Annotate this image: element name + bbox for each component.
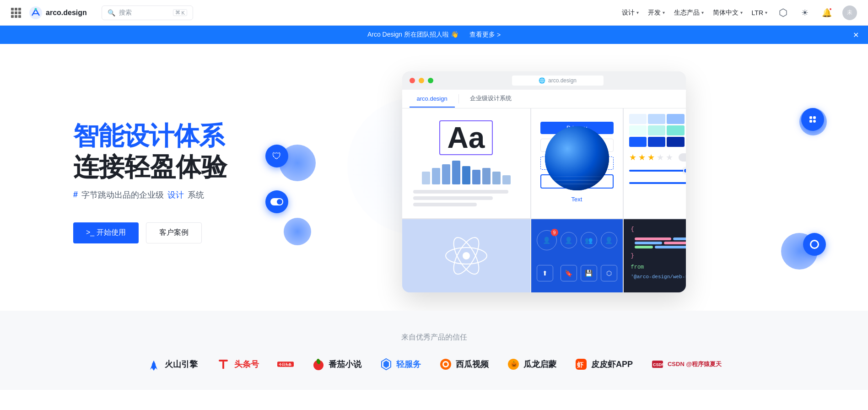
logo-csdn: CSDN CSDN @程序猿夏天 bbox=[651, 358, 722, 371]
svg-rect-4 bbox=[809, 120, 812, 123]
subtitle-highlight: 设计 bbox=[167, 189, 184, 200]
nav-right: 设计 ▾ 开发 ▾ 生态产品 ▾ 简体中文 ▾ LTR ▾ ⬡ ☀ 🔔 未 bbox=[622, 5, 857, 20]
save-icon: 💾 bbox=[581, 265, 597, 281]
github-icon[interactable]: ⬡ bbox=[776, 6, 789, 19]
user-icon-2: 👥 bbox=[581, 232, 597, 248]
toggle-on-row bbox=[629, 177, 686, 189]
logo-icon bbox=[28, 5, 43, 20]
color-swatch-grid bbox=[629, 114, 686, 147]
cube-icon: ⬡ bbox=[601, 265, 617, 281]
svg-point-5 bbox=[813, 120, 816, 123]
svg-text:CSDN: CSDN bbox=[653, 362, 664, 367]
person-icon: 👤 bbox=[543, 237, 550, 244]
hero-buttons: >_ 开始使用 客户案例 bbox=[73, 222, 275, 243]
chevron-icon: ▾ bbox=[663, 10, 665, 15]
user-icon-1: 👤 bbox=[561, 232, 577, 248]
logo[interactable]: arco.design bbox=[28, 5, 87, 20]
user-avatar-icon: 👤 9 bbox=[537, 230, 557, 250]
code-import-path: '@arco-design/web-react'; bbox=[631, 273, 686, 281]
chevron-icon: ▾ bbox=[636, 10, 639, 15]
xigua-icon bbox=[439, 358, 452, 371]
bar-chart-preview bbox=[422, 161, 511, 184]
banner: Arco Design 所在团队招人啦 👋 查看更多 > ✕ bbox=[0, 26, 868, 44]
banner-close-button[interactable]: ✕ bbox=[853, 31, 859, 39]
preview-grid: Aa bbox=[402, 108, 686, 292]
logo-xigua: 西瓜视频 bbox=[439, 358, 489, 371]
url-text: arco.design bbox=[548, 77, 577, 84]
slider-thumb[interactable] bbox=[683, 168, 686, 173]
logo-huoshan: 火山引擎 bbox=[146, 357, 198, 372]
chevron-icon: ▾ bbox=[765, 10, 767, 15]
url-bar: 🌐 arco.design bbox=[512, 76, 604, 86]
trust-title: 来自优秀产品的信任 bbox=[0, 333, 868, 342]
user-avatar[interactable]: 未 bbox=[842, 5, 857, 20]
titlebar-minimize-dot bbox=[419, 78, 424, 83]
svg-text:🎃: 🎃 bbox=[511, 361, 518, 367]
preview-tabs: arco.design 企业级设计系统 bbox=[402, 90, 686, 108]
banner-link[interactable]: 查看更多 > bbox=[469, 31, 501, 39]
slider-fill bbox=[629, 170, 685, 172]
swatch bbox=[629, 137, 647, 147]
code-close-bracket: } bbox=[631, 251, 634, 260]
subtitle-text2: 系统 bbox=[188, 189, 204, 200]
search-box[interactable]: 🔍 搜索 ⌘ K bbox=[102, 5, 193, 20]
gualong-icon: 🎃 bbox=[507, 358, 520, 371]
logo-qingfu: 轻服务 bbox=[380, 358, 421, 371]
hero-title-sub: 连接轻盈体验 bbox=[73, 151, 275, 182]
swatch bbox=[648, 125, 665, 135]
color-ratings-cell: ★ ★ ★ ★ ★ bbox=[624, 108, 686, 218]
nav-item-ecosystem[interactable]: 生态产品 ▾ bbox=[674, 9, 704, 17]
grid-menu-icon[interactable] bbox=[11, 8, 21, 18]
swatch bbox=[667, 114, 684, 124]
planet-visual bbox=[545, 126, 609, 190]
swatch bbox=[648, 137, 665, 147]
code-line-bracket: } bbox=[631, 251, 686, 260]
logo-gualong: 🎃 瓜龙启蒙 bbox=[507, 358, 556, 371]
demo-text-button[interactable]: Text bbox=[540, 193, 614, 205]
preview-tab-arco[interactable]: arco.design bbox=[410, 91, 455, 108]
titlebar-close-dot bbox=[410, 78, 415, 83]
code-cell: { bbox=[624, 219, 686, 292]
huoshan-icon bbox=[146, 357, 161, 372]
globe-icon: 🌐 bbox=[539, 77, 545, 84]
navbar: arco.design 🔍 搜索 ⌘ K 设计 ▾ 开发 ▾ 生态产品 ▾ 简体… bbox=[0, 0, 868, 26]
notification-bell-icon[interactable]: 🔔 bbox=[820, 6, 833, 19]
star-1: ★ bbox=[629, 152, 636, 162]
subtitle-hash: # bbox=[73, 190, 78, 200]
hero-title-main: 智能设计体系 bbox=[73, 120, 275, 151]
trust-section: 来自优秀产品的信任 火山引擎 头条号 今日头条 bbox=[0, 311, 868, 390]
toutiao-logo-icon: 今日头条 bbox=[277, 360, 294, 369]
hero-section: 智能设计体系 连接轻盈体验 # 字节跳动出品的企业级 设计 系统 >_ 开始使用… bbox=[0, 44, 868, 311]
toutiao-icon bbox=[216, 357, 231, 372]
nav-item-lang[interactable]: 简体中文 ▾ bbox=[713, 9, 743, 17]
atom-cell bbox=[402, 219, 530, 292]
start-button[interactable]: >_ 开始使用 bbox=[73, 222, 139, 243]
titlebar-expand-dot bbox=[428, 78, 433, 83]
svg-text:今日头条: 今日头条 bbox=[279, 362, 292, 367]
nav-item-design[interactable]: 设计 ▾ bbox=[622, 9, 639, 17]
logo-toutiaohao: 头条号 bbox=[216, 357, 259, 372]
code-bracket: { bbox=[631, 225, 634, 234]
theme-icon[interactable]: ☀ bbox=[798, 6, 811, 19]
swatch bbox=[667, 137, 684, 147]
hero-right: 🛡 🌐 arco.des bbox=[275, 71, 813, 292]
search-keyboard-shortcut: ⌘ K bbox=[173, 9, 187, 16]
nav-item-ltr[interactable]: LTR ▾ bbox=[752, 9, 767, 16]
notification-badge: 9 bbox=[551, 229, 558, 236]
cases-button[interactable]: 客户案例 bbox=[146, 222, 202, 243]
toggle-off[interactable] bbox=[679, 153, 686, 162]
swatch bbox=[667, 125, 684, 135]
user-icon-3: 👤 bbox=[601, 232, 617, 248]
hero-subtitle: # 字节跳动出品的企业级 设计 系统 bbox=[73, 189, 275, 200]
preview-tab-enterprise[interactable]: 企业级设计系统 bbox=[463, 90, 519, 108]
float-circle-icon bbox=[803, 233, 826, 256]
logo-fanqie: 番茄小说 bbox=[312, 358, 361, 371]
svg-rect-13 bbox=[222, 361, 224, 369]
star-4: ★ bbox=[657, 152, 664, 162]
star-5: ★ bbox=[666, 152, 673, 162]
notification-dot bbox=[829, 7, 832, 11]
svg-rect-2 bbox=[809, 116, 812, 119]
typography-cell: Aa bbox=[402, 108, 530, 218]
search-icon: 🔍 bbox=[108, 9, 115, 16]
nav-item-dev[interactable]: 开发 ▾ bbox=[648, 9, 665, 17]
